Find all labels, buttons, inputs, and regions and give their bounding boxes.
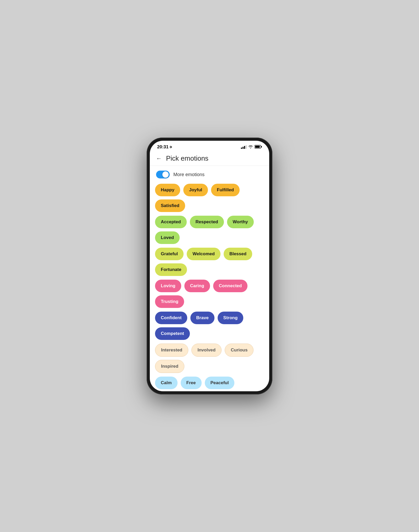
emotion-chip[interactable]: Caring xyxy=(184,280,210,292)
emotion-row: InterestedInvolvedCuriousInspired xyxy=(155,344,264,373)
emotion-row: GratefulWelcomedBlessedFortunate xyxy=(155,248,264,276)
emotion-chip[interactable]: Free xyxy=(181,377,202,389)
wifi-icon xyxy=(248,145,253,149)
more-emotions-toggle-row: More emotions xyxy=(150,166,269,181)
emotion-chip[interactable]: Accepted xyxy=(155,216,187,228)
emotion-chip[interactable]: Strong xyxy=(218,312,244,324)
svg-rect-1 xyxy=(261,146,262,148)
emotion-chip[interactable]: Respected xyxy=(190,216,224,228)
emotion-chip[interactable]: Happy xyxy=(155,184,180,196)
emotion-chip[interactable]: Blessed xyxy=(224,248,252,260)
emotion-chip[interactable]: Connected xyxy=(213,280,248,292)
emotion-chip[interactable]: Competent xyxy=(155,327,190,340)
emotion-row: AcceptedRespectedWorthyLoved xyxy=(155,216,264,244)
back-button[interactable]: ← xyxy=(156,155,162,162)
toggle-label: More emotions xyxy=(173,172,205,177)
emotion-chip[interactable]: Satisfied xyxy=(155,199,185,212)
emotion-chip[interactable]: Welcomed xyxy=(187,248,220,260)
emotion-chip[interactable]: Inspired xyxy=(155,360,184,373)
emotion-row: LovingCaringConnectedTrusting xyxy=(155,280,264,308)
emotion-chip[interactable]: Brave xyxy=(190,312,214,324)
emotion-chip[interactable]: Interested xyxy=(155,344,188,357)
emotion-chip[interactable]: Involved xyxy=(191,344,222,357)
status-icons xyxy=(241,145,262,149)
page-header: ← Pick emotions xyxy=(150,150,269,166)
emotion-row: ConfidentBraveStrongCompetent xyxy=(155,312,264,340)
status-time: 20:31 ✈ xyxy=(157,144,172,150)
emotion-chip[interactable]: Loving xyxy=(155,280,181,292)
emotion-chip[interactable]: Trusting xyxy=(155,295,184,308)
phone-frame: 20:31 ✈ xyxy=(147,138,272,394)
battery-icon xyxy=(255,145,262,149)
emotion-chip[interactable]: Fortunate xyxy=(155,263,187,276)
signal-icon xyxy=(241,145,247,149)
svg-rect-2 xyxy=(255,146,260,148)
emotion-chip[interactable]: Curious xyxy=(225,344,253,357)
emotion-row: CalmFreePeacefulPresent xyxy=(155,377,264,391)
page-title: Pick emotions xyxy=(166,154,208,162)
status-bar: 20:31 ✈ xyxy=(150,141,269,150)
emotions-list: HappyJoyfulFulfilledSatisfiedAcceptedRes… xyxy=(150,181,269,391)
phone-screen: 20:31 ✈ xyxy=(150,141,269,391)
emotion-chip[interactable]: Grateful xyxy=(155,248,184,260)
emotion-chip[interactable]: Confident xyxy=(155,312,187,324)
location-icon: ✈ xyxy=(169,145,172,149)
emotion-row: HappyJoyfulFulfilledSatisfied xyxy=(155,184,264,212)
emotion-chip[interactable]: Calm xyxy=(155,377,178,389)
emotion-chip[interactable]: Peaceful xyxy=(205,377,235,389)
emotion-chip[interactable]: Fulfilled xyxy=(211,184,240,196)
emotion-chip[interactable]: Joyful xyxy=(183,184,208,196)
emotion-chip[interactable]: Worthy xyxy=(227,216,254,228)
emotion-chip[interactable]: Loved xyxy=(155,231,180,244)
more-emotions-toggle[interactable] xyxy=(156,171,170,178)
